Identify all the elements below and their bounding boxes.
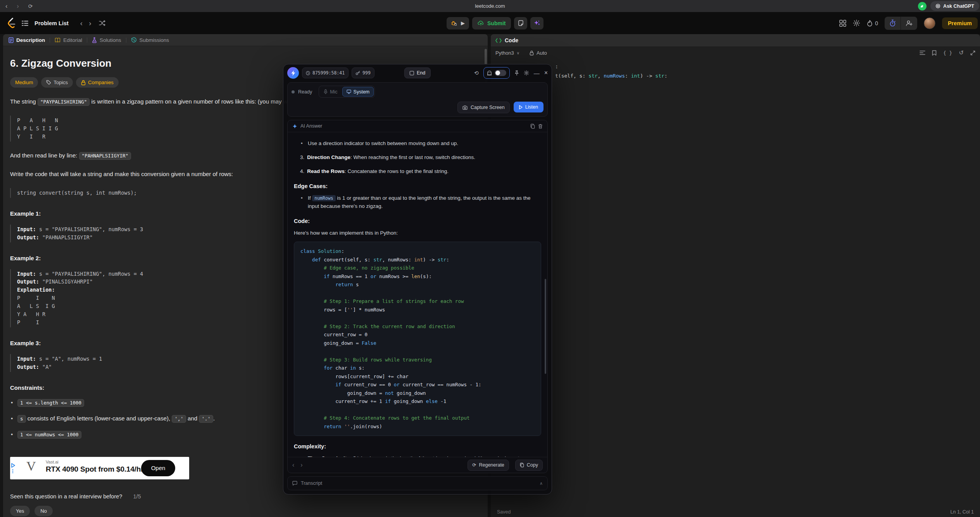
difficulty-badge[interactable]: Medium [10,77,38,88]
ad-banner[interactable]: V Vast.ai RTX 4090 Spot from $0.14/hr Op… [10,457,189,479]
language-selector[interactable]: Python3 [495,50,514,56]
debug-icon[interactable] [451,20,457,26]
timer-button[interactable] [885,17,901,30]
ai-bullet-item: Use a direction indicator to switch betw… [294,140,541,148]
ai-numbered-item: 3.Direction Change: When reaching the fi… [294,154,541,162]
capture-screen-button[interactable]: Capture Screen [457,102,510,113]
topics-badge[interactable]: Topics [41,77,73,88]
survey-yes-button[interactable]: Yes [10,506,30,516]
streak-flame-icon[interactable] [867,20,873,27]
system-source-button[interactable]: System [342,87,374,97]
ai-answer-content[interactable]: Use a direction indicator to switch betw… [288,132,547,457]
ai-answer-card: AI Answer Use a direction indicator to s… [287,120,548,473]
tab-solutions[interactable]: Solutions [92,37,121,43]
end-session-button[interactable]: End [404,67,431,78]
copy-icon[interactable] [530,124,535,129]
ai-code-block[interactable]: class Solution: def convert(self, s: str… [294,242,541,436]
regenerate-button[interactable]: ⟳ Regenerate [468,460,509,471]
next-answer-button[interactable]: › [300,462,302,469]
problem-list-label[interactable]: Problem List [35,20,69,26]
run-button[interactable]: ▶ [461,20,465,26]
sparkles-icon [534,20,540,26]
history-icon[interactable]: ⟲ [474,70,479,76]
overlay-header[interactable]: 875999:58:41 999 End ⟲ — × [283,64,552,81]
leetcode-logo[interactable] [6,17,16,29]
flask-icon [92,37,97,43]
tab-submissions[interactable]: Submissions [131,37,169,43]
survey-no-button[interactable]: No [35,506,53,516]
submit-button[interactable]: Submit [472,17,511,29]
streak-count: 0 [875,20,878,26]
shuffle-icon[interactable] [99,20,105,26]
note-icon [518,20,524,26]
auto-label[interactable]: Auto [537,50,547,56]
extension-icon[interactable] [918,2,927,10]
pin-icon[interactable] [514,70,519,76]
transcript-bar[interactable]: Transcript ∧ [287,476,548,490]
ad-open-button[interactable]: Open [141,460,175,476]
stealth-toggle[interactable] [495,70,506,76]
credits-chip: 999 [352,67,374,78]
copy-answer-button[interactable]: Copy [515,460,543,471]
bookmark-icon[interactable] [932,50,937,56]
close-button[interactable]: × [544,69,548,76]
stop-icon [410,71,414,75]
ai-bullet-item: Time Complexity: O(n), where n is the le… [294,455,541,457]
mic-source-button[interactable]: Mic [320,87,341,96]
browser-forward-button[interactable]: › [17,3,19,10]
status-label: Ready [298,89,312,95]
prev-answer-button[interactable]: ‹ [292,462,294,469]
vast-logo: V [26,459,36,474]
browser-reload-button[interactable]: ⟳ [28,3,33,9]
stealth-toggle-group[interactable] [483,67,510,79]
invite-user-button[interactable] [901,17,917,30]
code-editor[interactable]: : t(self, s: str, numRows: int) -> str: [491,58,980,507]
trash-icon[interactable] [538,124,543,129]
premium-button[interactable]: Premium [942,17,978,29]
ai-bullet-item: If numRows is 1 or greater than or equal… [294,194,541,211]
person-add-icon [906,20,913,26]
editor-statusbar: Saved Ln 1, Col 1 [491,507,980,517]
tab-editorial[interactable]: Editorial [55,37,82,43]
chat-icon [292,481,297,486]
problem-list-icon[interactable] [22,21,28,26]
listen-button[interactable]: Listen [514,102,543,112]
code-panel: Code Python3 ∨ Auto { } ↺ : t(self, s: s… [491,34,980,517]
chevron-up-icon: ∧ [540,481,543,486]
next-problem-button[interactable]: › [89,19,91,27]
ai-section-heading: Code: [294,218,541,224]
editorial-icon [55,38,60,43]
ask-chatgpt-button[interactable]: Ask ChatGPT [930,1,979,11]
key-icon [355,71,360,75]
layout-grid-icon[interactable] [839,20,846,27]
ai-scrollbar[interactable] [545,279,546,374]
assistant-overlay[interactable]: 875999:58:41 999 End ⟲ — × Ready [283,64,552,495]
settings-gear-icon[interactable] [853,19,860,27]
expand-icon[interactable] [970,50,975,55]
format-icon[interactable] [920,50,925,55]
prev-problem-button[interactable]: ‹ [80,19,83,27]
adchoices-icon[interactable] [11,463,16,473]
tabstrip: Description Editorial Solutions Submissi… [3,34,488,46]
ai-section-heading: Edge Cases: [294,183,541,189]
minimize-button[interactable]: — [534,70,540,76]
tab-description[interactable]: Description [9,37,45,43]
braces-icon[interactable]: { } [943,50,952,56]
ai-assistant-button[interactable] [530,17,543,29]
companies-badge[interactable]: Companies [76,77,119,88]
ask-chatgpt-label: Ask ChatGPT [943,3,974,9]
settings-gear-icon[interactable] [524,70,529,76]
copy-icon [520,463,524,467]
browser-back-button[interactable]: ‹ [5,3,7,10]
camera-icon [462,105,468,110]
notes-button[interactable] [514,17,527,29]
avatar[interactable] [924,17,935,29]
reset-icon[interactable]: ↺ [959,49,964,56]
clock-icon [306,71,310,75]
status-dot [292,90,295,93]
ad-headline: RTX 4090 Spot from $0.14/hr [46,465,143,474]
capture-status-card: Ready Mic System Capture Screen Listen [287,82,548,117]
survey-progress: 1/5 [133,493,141,500]
ai-numbered-item: 4.Read the Rows: Concatenate the rows to… [294,168,541,176]
address-bar[interactable]: leetcode.com [475,0,505,12]
